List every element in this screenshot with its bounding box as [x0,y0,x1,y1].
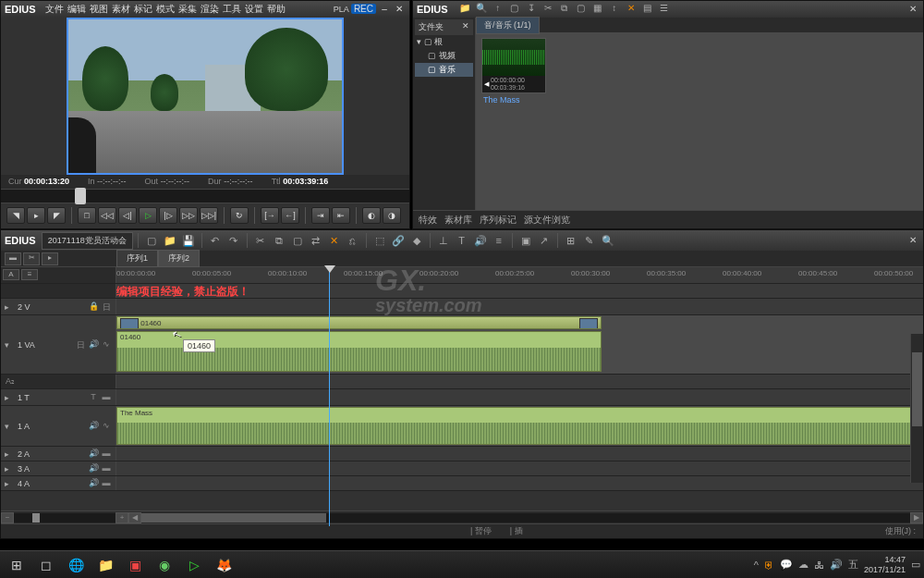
menu-edit[interactable]: 编辑 [67,3,86,16]
up-icon[interactable]: ↑ [491,3,505,16]
h-scroll-track[interactable] [141,513,910,523]
tab-seq-markers[interactable]: 序列标记 [480,214,517,227]
cut-icon[interactable]: ✂ [541,3,555,16]
marker-icon[interactable]: ◆ [408,233,425,248]
tl-delete-icon[interactable]: ✕ [326,233,343,248]
track-head-4a[interactable]: ▸4 A🔊▬ [1,476,116,490]
patch-a-button[interactable]: ✂ [23,252,40,265]
taskview-button[interactable]: ◻ [33,554,59,576]
folder-icon[interactable]: 📁 [457,3,472,16]
copy-icon[interactable]: ⧉ [557,3,572,16]
collapse-icon[interactable]: ▾ [5,340,14,350]
video-clip[interactable]: 01460 [116,316,602,329]
menu-marker[interactable]: 标记 [134,3,152,16]
app-red-icon[interactable]: ▣ [122,554,148,576]
tl-paste-icon[interactable]: ▢ [289,233,306,248]
video-icon[interactable]: 日 [75,339,86,350]
music-clip[interactable]: The Mass [116,407,923,445]
insert-button[interactable]: ⇥ [311,207,330,224]
menu-clip[interactable]: 素材 [112,3,130,16]
jog-left-button[interactable]: ◐ [362,207,381,224]
set-in-button[interactable]: [→ [261,207,279,224]
app-edius-icon[interactable]: ▷ [181,554,207,576]
expand-icon[interactable]: ▸ [5,302,14,312]
props-icon[interactable]: ▤ [640,3,655,16]
scrub-handle[interactable] [75,188,86,204]
title-track-icon[interactable]: T [88,392,99,403]
tray-up-icon[interactable]: ^ [754,560,759,571]
paste-icon[interactable]: ▢ [574,3,589,16]
step-fwd-button[interactable]: |▷ [159,207,177,224]
tab-source-browse[interactable]: 源文件浏览 [524,214,570,227]
scroll-right-button[interactable]: ▶ [910,512,923,523]
track-lane-4a[interactable] [116,476,923,490]
loop-button[interactable]: ↻ [230,207,249,224]
export-icon[interactable]: ↗ [536,233,553,248]
taskbar-clock[interactable]: 14:47 2017/11/21 [864,555,906,575]
seq-tab-1[interactable]: 序列1 [116,250,158,267]
undo-icon[interactable]: ↶ [207,233,224,248]
tl-close-button[interactable]: ✕ [906,235,919,246]
next-button[interactable]: ▷▷| [200,207,218,224]
track-lane-2a[interactable] [116,447,923,461]
split-icon[interactable]: ⎌ [345,233,361,248]
notifications-icon[interactable]: ▭ [911,559,920,571]
tab-library[interactable]: 素材库 [444,214,472,227]
tl-cut-icon[interactable]: ✂ [252,233,269,248]
track-lane-2v[interactable] [116,299,923,314]
rewind-button[interactable]: ◁◁ [98,207,116,224]
mode-a-button[interactable]: A [3,269,19,280]
app-folder-icon[interactable]: 📁 [92,554,118,576]
trim-icon[interactable]: ⊥ [435,233,452,248]
mark-c-button[interactable]: ◤ [47,207,66,224]
v-scroll-thumb[interactable] [912,352,922,426]
overwrite-button[interactable]: ⇤ [332,207,350,224]
open-icon[interactable]: 📁 [162,233,178,248]
tray-shield-icon[interactable]: ⛨ [764,560,774,571]
play-button[interactable]: ▷ [139,207,157,224]
track-lane-3a[interactable] [116,461,923,475]
track-lane-1a[interactable]: The Mass [116,406,923,446]
zoom-handle[interactable] [32,513,40,523]
track-head-3a[interactable]: ▸3 A🔊▬ [1,461,116,475]
track-head-2a[interactable]: ▸2 A🔊▬ [1,447,116,461]
patch-v-button[interactable]: ▬ [5,252,21,265]
track-head-1a[interactable]: ▾ 1 A 🔊∿ [1,406,116,446]
tl-copy-icon[interactable]: ⧉ [271,233,287,248]
render-icon[interactable]: ▣ [517,233,534,248]
tree-item-music[interactable]: ▢ 音乐 [415,63,473,77]
tool-icon[interactable]: ✎ [581,233,598,248]
title-icon[interactable]: T [454,233,470,248]
track-head-2v[interactable]: ▸ 2 V 🔒日 [1,299,116,314]
track-head-1va[interactable]: ▾ 1 VA 日🔊∿ [1,315,116,374]
zoom-slider[interactable] [14,513,116,523]
bin-tab-label[interactable]: 音/音乐 (1/1) [476,17,540,34]
app-globe-icon[interactable]: 🌐 [63,554,89,576]
menu-view[interactable]: 视图 [90,3,108,16]
app-firefox-icon[interactable]: 🦊 [211,554,237,576]
tray-wechat-icon[interactable]: 💬 [780,559,793,571]
h-scroll-thumb[interactable] [141,513,326,523]
menu-help[interactable]: 帮助 [267,3,286,16]
clip-name-label[interactable]: The Mass [481,93,918,106]
minimize-button[interactable]: – [378,4,391,15]
bin-close-button[interactable]: ✕ [906,4,919,15]
eye-icon[interactable]: 日 [101,301,112,313]
snap-icon[interactable]: ⊞ [563,233,579,248]
ripple-icon[interactable]: ⇄ [308,233,324,248]
track-lane-1t[interactable] [116,389,923,405]
track-lane-1va[interactable]: 01460 01460 ↖ 01460 [116,315,923,374]
new-folder-icon[interactable]: ▢ [507,3,522,16]
sort-icon[interactable]: ↕ [607,3,622,16]
mark-a-button[interactable]: ◥ [6,207,25,224]
start-button[interactable]: ⊞ [4,554,30,576]
fastfwd-button[interactable]: ▷▷ [179,207,198,224]
scroll-left-button[interactable]: ◀ [128,512,141,523]
zoom-in-button[interactable]: + [116,512,128,523]
stop-button[interactable]: □ [78,207,96,224]
import-icon[interactable]: ↧ [524,3,539,16]
zoom-icon[interactable]: 🔍 [600,233,616,248]
clip-area[interactable]: ◀ 00:00:00:00 00:03:39:16 The Mass [476,32,923,210]
tray-net-icon[interactable]: 🖧 [814,560,824,571]
audio-icon[interactable]: 🔊 [472,233,489,248]
